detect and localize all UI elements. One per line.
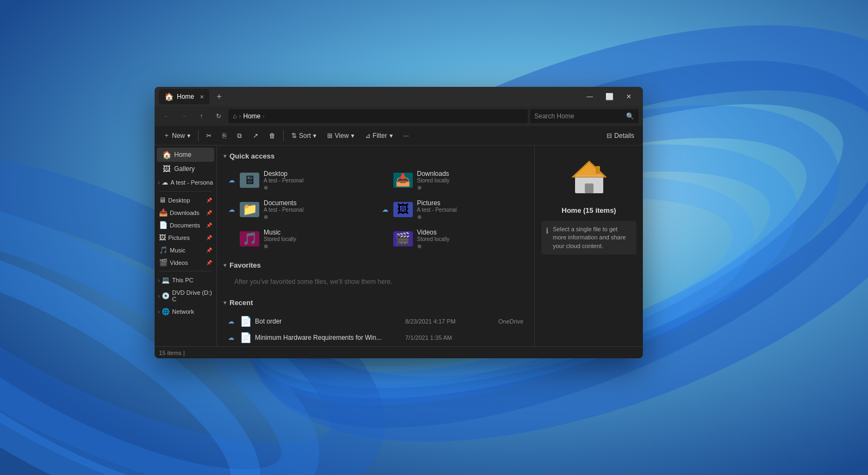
details-button[interactable]: ⊟ Details [602,130,639,142]
sidebar-item-videos[interactable]: 🎬 Videos 📌 [155,256,216,269]
sidebar-item-documents[interactable]: 📄 Documents 📌 [155,219,216,231]
desktop-qa-pin: ⊕ [264,185,303,191]
svg-rect-12 [585,183,593,193]
pictures-cloud-icon: ☁ [381,206,389,213]
tab-close-button[interactable]: ✕ [200,94,204,100]
share-icon: ↗ [253,132,258,140]
view-button[interactable]: ⊞ View ▾ [323,130,359,142]
maximize-button[interactable]: ⬜ [599,87,619,106]
search-bar[interactable]: Search Home 🔍 [530,109,639,123]
desktop-qa-info: Desktop A test - Personal ⊕ [264,170,303,191]
documents-pin-icon: 📌 [206,223,212,228]
minimize-button[interactable]: — [580,87,599,106]
minhardware-cloud-icon: ☁ [228,334,235,341]
up-button[interactable]: ↑ [194,109,209,124]
copy-button[interactable]: ⎘ [218,130,231,142]
sidebar-desktop-label: Desktop [168,197,204,204]
delete-button[interactable]: 🗑 [265,130,280,142]
recent-section: ▾ Recent ☁ 📄 Bot order 8/23/2021 4:17 PM… [224,296,528,346]
view-chevron: ▾ [351,132,354,140]
content-area: ▾ Quick access ☁ 🖥 Desktop A test - Pers… [217,145,534,346]
status-bar: 15 items | [155,346,643,358]
close-button[interactable]: ✕ [619,87,639,106]
sidebar-thispc-label: This PC [172,277,193,283]
pictures-qa-info: Pictures A test - Personal ⊕ [417,199,457,220]
documents-nav-icon: 📄 [159,221,168,229]
sidebar-item-desktop[interactable]: 🖥 Desktop 📌 [155,194,216,206]
refresh-button[interactable]: ↻ [211,109,226,124]
new-chevron: ▾ [187,132,190,140]
sidebar-item-network[interactable]: › 🌐 Network [155,305,216,318]
downloads-folder-icon: 📥 [393,173,413,188]
address-bar[interactable]: ⌂ › Home › [228,109,528,123]
favorites-arrow: ▾ [224,262,226,268]
sidebar-item-downloads[interactable]: 📥 Downloads 📌 [155,206,216,219]
qa-item-videos[interactable]: 🎬 Videos Stored locally ⊕ [377,225,528,252]
downloads-qa-info: Downloads Stored locally ⊕ [417,170,450,191]
favorites-header[interactable]: ▾ Favorites [224,259,528,271]
filter-button[interactable]: ⊿ Filter ▾ [361,130,397,142]
qa-item-desktop[interactable]: ☁ 🖥 Desktop A test - Personal ⊕ [224,167,375,194]
copy-icon: ⎘ [222,132,226,140]
sidebar-item-atest[interactable]: › ☁ A test - Persona [155,176,216,189]
quick-access-arrow: ▾ [224,153,226,159]
videos-folder-icon: 🎬 [393,231,413,246]
quick-access-header[interactable]: ▾ Quick access [224,150,528,162]
search-placeholder: Search Home [534,112,624,120]
downloads-qa-name: Downloads [417,170,450,178]
botorder-cloud-icon: ☁ [228,318,235,325]
sidebar-atest-label: A test - Persona [170,179,213,186]
desktop-qa-sub: A test - Personal [264,178,303,183]
toolbar-sep-1 [198,130,199,141]
new-button[interactable]: ＋ New ▾ [159,129,195,142]
sidebar-item-pictures[interactable]: 🖼 Pictures 📌 [155,231,216,244]
sidebar-item-dvd[interactable]: › 💿 DVD Drive (D:) C [155,287,216,305]
view-icon: ⊞ [327,132,333,140]
sidebar-dvd-label: DVD Drive (D:) C [172,289,213,302]
address-home-text: Home [243,112,260,120]
window-controls: — ⬜ ✕ [580,87,639,106]
downloads-qa-sub: Stored locally [417,178,450,183]
recent-item-minhardware[interactable]: ☁ 📄 Minimum Hardware Requirements for Wi… [224,330,528,346]
qa-item-music[interactable]: 🎵 Music Stored locally ⊕ [224,225,375,252]
address-chevron: › [263,113,264,119]
desktop-nav-icon: 🖥 [159,196,166,204]
share-button[interactable]: ↗ [248,130,263,142]
new-tab-button[interactable]: + [213,90,226,103]
music-qa-name: Music [264,229,296,236]
desktop-pin-icon: 📌 [206,198,212,203]
home-tab[interactable]: 🏠 Home ✕ [159,89,209,104]
title-bar: 🏠 Home ✕ + — ⬜ ✕ [155,87,643,106]
recent-header[interactable]: ▾ Recent [224,296,528,309]
delete-icon: 🗑 [269,132,276,140]
documents-folder-icon: 📁 [240,202,259,217]
sidebar-item-home[interactable]: 🏠 Home [157,148,214,162]
search-icon: 🔍 [626,112,634,120]
videos-qa-pin: ⊕ [417,243,450,249]
pictures-folder-icon: 🖼 [393,202,413,217]
forward-button[interactable]: → [176,109,192,124]
sidebar-divider-1 [159,191,212,192]
sort-button[interactable]: ⇅ Sort ▾ [287,130,321,142]
dvd-nav-icon: 💿 [162,292,170,300]
thispc-expand-arrow: › [158,277,159,283]
music-pin-icon: 📌 [206,248,212,253]
paste-button[interactable]: ⧉ [233,130,246,142]
sidebar-item-thispc[interactable]: › 💻 This PC [155,274,216,287]
documents-qa-sub: A test - Personal [264,207,303,213]
qa-item-documents[interactable]: ☁ 📁 Documents A test - Personal ⊕ [224,196,375,223]
qa-item-downloads[interactable]: 📥 Downloads Stored locally ⊕ [377,167,528,194]
sidebar-item-gallery[interactable]: 🖼 Gallery [157,162,214,176]
tab-home-icon: 🏠 [164,92,174,101]
sidebar-item-music[interactable]: 🎵 Music 📌 [155,244,216,256]
videos-nav-icon: 🎬 [159,258,168,267]
atest-nav-icon: ☁ [162,179,168,186]
network-expand-arrow: › [158,309,159,315]
botorder-file-icon: 📄 [240,315,251,327]
network-nav-icon: 🌐 [162,308,170,315]
recent-item-botorder[interactable]: ☁ 📄 Bot order 8/23/2021 4:17 PM OneDrive [224,313,528,330]
more-button[interactable]: ··· [399,130,413,142]
back-button[interactable]: ← [159,109,174,124]
qa-item-pictures[interactable]: ☁ 🖼 Pictures A test - Personal ⊕ [377,196,528,223]
cut-button[interactable]: ✂ [202,130,216,142]
